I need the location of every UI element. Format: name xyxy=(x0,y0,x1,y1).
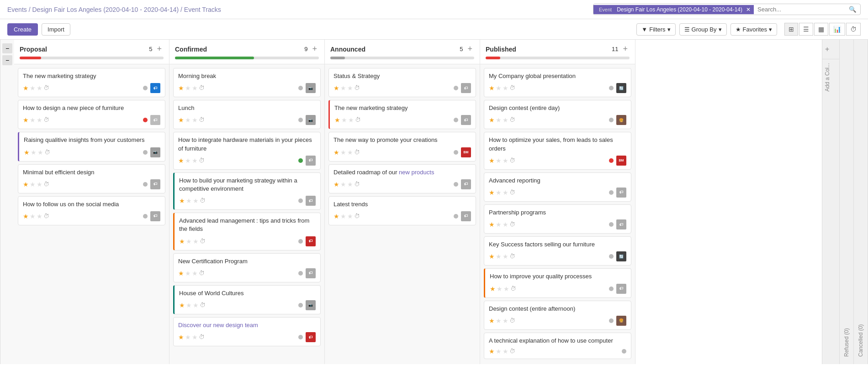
card-title-12: How to integrate hardware materials in y… xyxy=(178,136,316,152)
card-20[interactable]: Status & Strategy ★★★⏱ 🏷 xyxy=(328,68,476,97)
list-view-button[interactable]: ☰ xyxy=(799,23,813,36)
col-add-confirmed[interactable]: + xyxy=(310,44,319,54)
card-21[interactable]: The new marketing strategy ★★★⏱ 🏷 xyxy=(328,100,476,129)
card-meta-4: 🏷 xyxy=(143,179,160,189)
card-title-21: The new marketing strategy xyxy=(334,104,471,112)
card-1[interactable]: The new marketing strategy ★ ★ ★ ⏱ 🏷 xyxy=(18,68,165,97)
card-4[interactable]: Minimal but efficient design ★ ★ ★ ⏱ 🏷 xyxy=(18,164,165,193)
card-30[interactable]: My Company global presentation ★★★⏱ 🔄 xyxy=(484,68,631,97)
col-title-confirmed: Confirmed xyxy=(175,46,207,53)
cancelled-col[interactable]: Cancelled (0) xyxy=(854,40,868,364)
clock-4: ⏱ xyxy=(43,181,49,188)
card-33[interactable]: Advanced reporting ★★★⏱ 🏷 xyxy=(484,172,631,202)
card-title-22: The new way to promote your creations xyxy=(333,136,471,144)
search-button[interactable]: 🔍 xyxy=(845,4,860,15)
card-5[interactable]: How to follow us on the social media ★ ★… xyxy=(18,196,165,225)
card-37[interactable]: Design contest (entire afternoon) ★★★⏱ 🍔 xyxy=(484,301,631,330)
event-tag-close[interactable]: ✕ xyxy=(746,6,751,13)
card-meta-5: 🏷 xyxy=(143,211,160,221)
card-35[interactable]: Key Success factors selling our furnitur… xyxy=(484,236,631,266)
card-22[interactable]: The new way to promote your creations ★★… xyxy=(328,132,476,161)
card-17[interactable]: Discover our new design team ★★★⏱ 🏷 xyxy=(173,317,321,346)
card-bottom-3: ★ ★ ★ ⏱ 📷 xyxy=(24,147,160,157)
scroll-left-button[interactable]: − xyxy=(2,43,12,53)
import-button[interactable]: Import xyxy=(42,23,70,36)
breadcrumb-events[interactable]: Events xyxy=(7,6,27,13)
stars-2: ★ ★ ★ ⏱ xyxy=(23,116,49,124)
chart-view-button[interactable]: 📊 xyxy=(829,23,845,36)
star-2-2: ★ xyxy=(30,116,36,124)
favorites-button[interactable]: ★ Favorites ▾ xyxy=(730,23,777,36)
col-cards-confirmed: Morning break ★★★⏱ 📷 Lunch ★★★⏱ 📷 xyxy=(169,64,324,364)
filters-button[interactable]: ▼ Filters ▾ xyxy=(636,23,675,36)
settings-view-button[interactable]: ⏱ xyxy=(846,23,861,36)
search-input[interactable] xyxy=(754,4,845,15)
event-tag-value: Design Fair Los Angeles (2020-04-10 - 20… xyxy=(617,6,742,13)
card-title-30: My Company global presentation xyxy=(489,72,626,80)
card-16[interactable]: House of World Cultures ★★★⏱ 📷 xyxy=(173,285,321,314)
card-32[interactable]: How to optimize your sales, from leads t… xyxy=(484,132,631,169)
card-23[interactable]: Detailed roadmap of our new products ★★★… xyxy=(328,164,476,193)
kanban-view-button[interactable]: ⊞ xyxy=(784,23,798,36)
card-11[interactable]: Lunch ★★★⏱ 📷 xyxy=(173,100,321,129)
card-title-20: Status & Strategy xyxy=(333,72,471,80)
progress-fill-confirmed xyxy=(175,57,254,59)
card-34[interactable]: Partnership programs ★★★⏱ 🏷 xyxy=(484,204,631,234)
avatar-3: 📷 xyxy=(150,147,160,157)
breadcrumb: Events / Design Fair Los Angeles (2020-0… xyxy=(7,6,221,13)
group-by-icon: ☰ xyxy=(684,26,690,33)
calendar-view-button[interactable]: ▦ xyxy=(814,23,828,36)
card-title-14: Advanced lead management : tips and tric… xyxy=(179,217,316,233)
progress-bar-confirmed xyxy=(175,57,319,59)
star-5-1: ★ xyxy=(23,213,29,220)
card-bottom-4: ★ ★ ★ ⏱ 🏷 xyxy=(23,179,160,189)
refused-col[interactable]: Refused (0) xyxy=(840,40,854,364)
scroll-right-button[interactable]: − xyxy=(2,55,12,65)
card-12[interactable]: ⋮ How to integrate hardware materials in… xyxy=(173,132,321,169)
col-header-confirmed: Confirmed 9 + xyxy=(169,40,324,64)
clock-2: ⏱ xyxy=(43,116,49,124)
right-actions: ▼ Filters ▾ ☰ Group By ▾ ★ Favorites ▾ ⊞… xyxy=(636,23,861,36)
card-38[interactable]: A technical explanation of how to use co… xyxy=(484,333,631,359)
dot-1 xyxy=(143,86,148,90)
card-14[interactable]: Advanced lead management : tips and tric… xyxy=(173,213,321,250)
star-3-1: ★ xyxy=(24,149,30,156)
col-cards-announced: Status & Strategy ★★★⏱ 🏷 The new marketi… xyxy=(325,64,480,364)
stars-3: ★ ★ ★ ⏱ xyxy=(24,149,50,156)
group-by-button[interactable]: ☰ Group By ▾ xyxy=(679,23,727,36)
dot-3 xyxy=(143,150,148,155)
col-header-published: Published 11 + xyxy=(480,40,635,64)
card-10[interactable]: Morning break ★★★⏱ 📷 xyxy=(173,68,321,97)
breadcrumb-tracks: Event Tracks xyxy=(184,6,221,13)
card-36[interactable]: How to improve your quality processes ★★… xyxy=(484,268,631,297)
progress-fill-published xyxy=(486,57,500,59)
col-count-confirmed: 9 xyxy=(304,46,307,52)
add-column-button[interactable]: + xyxy=(822,40,839,59)
column-announced: Announced 5 + Status & Strategy xyxy=(325,40,480,364)
card-title-5: How to follow us on the social media xyxy=(23,200,160,208)
card-31[interactable]: Design contest (entire day) ★★★⏱ 🍔 xyxy=(484,100,631,129)
create-button[interactable]: Create xyxy=(7,23,38,36)
col-title-proposal: Proposal xyxy=(20,46,47,53)
star-5-2: ★ xyxy=(30,213,36,220)
card-3[interactable]: Raising qualitive insights from your cus… xyxy=(18,132,165,161)
scroll-buttons: − − xyxy=(0,40,14,364)
search-bar: Event Design Fair Los Angeles (2020-04-1… xyxy=(593,4,861,15)
kanban-board: Proposal 5 + The new marketing strategy xyxy=(14,40,822,364)
col-cards-proposal: The new marketing strategy ★ ★ ★ ⏱ 🏷 xyxy=(14,64,169,364)
card-title-37: Design contest (entire afternoon) xyxy=(489,305,626,313)
card-24[interactable]: Latest trends ★★★⏱ 🏷 xyxy=(328,196,476,225)
card-title-34: Partnership programs xyxy=(489,208,626,217)
star-4-1: ★ xyxy=(23,181,29,188)
card-title-11: Lunch xyxy=(178,104,316,112)
card-13[interactable]: How to build your marketing strategy wit… xyxy=(173,172,321,210)
top-right: Event Design Fair Los Angeles (2020-04-1… xyxy=(593,4,861,15)
col-add-proposal[interactable]: + xyxy=(155,44,164,54)
breadcrumb-event[interactable]: Design Fair Los Angeles (2020-04-10 - 20… xyxy=(32,6,179,13)
col-add-announced[interactable]: + xyxy=(466,44,474,54)
col-add-published[interactable]: + xyxy=(621,44,630,54)
card-15[interactable]: New Certification Program ★★★⏱ 🏷 xyxy=(173,253,321,282)
dot-4 xyxy=(143,182,148,187)
card-title-16: House of World Cultures xyxy=(179,289,316,297)
card-2[interactable]: How to design a new piece of furniture ★… xyxy=(18,100,165,129)
